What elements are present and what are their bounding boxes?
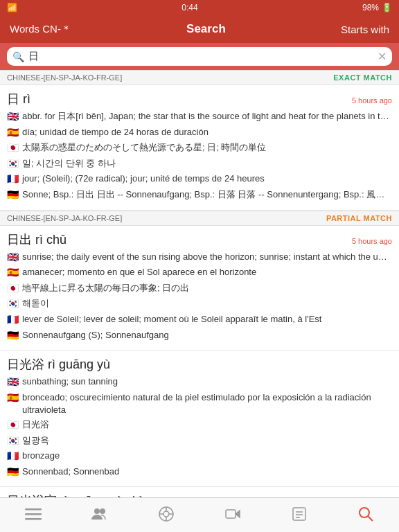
def-riguangyu-de: 🇩🇪 Sonnenbad; Sonnenbad	[7, 466, 392, 479]
tab-contacts[interactable]	[91, 506, 108, 522]
svg-rect-2	[25, 518, 42, 520]
svg-line-18	[368, 516, 373, 521]
entry-riguangyu[interactable]: 日光浴 rì guāng yù 🇬🇧 sunbathing; sun tanni…	[0, 351, 399, 487]
def-riguangyu-en: 🇬🇧 sunbathing; sun tanning	[7, 375, 392, 389]
def-richu-ja: 🇯🇵 地平線上に昇る太陽の毎日の事象; 日の出	[7, 282, 392, 296]
svg-point-3	[94, 508, 100, 514]
def-ri-en-text: abbr. for 日本[rì běn], Japan; the star th…	[22, 110, 392, 123]
tab-list[interactable]	[291, 506, 308, 522]
def-ri-en: 🇬🇧 abbr. for 日本[rì běn], Japan; the star…	[7, 110, 392, 124]
tab-search[interactable]	[357, 506, 374, 522]
search-icon: 🔍	[12, 51, 24, 62]
section-lang-2: CHINESE-[EN-SP-JA-KO-FR-GE]	[7, 214, 122, 222]
section-lang-1: CHINESE-[EN-SP-JA-KO-FR-GE]	[7, 73, 122, 82]
section-match-1: EXACT MATCH	[333, 73, 392, 82]
tab-bar	[0, 497, 399, 532]
def-richu-de: 🇩🇪 Sonnenaufgang (S); Sonnenaufgang	[7, 329, 392, 343]
tab-menu[interactable]	[25, 506, 42, 522]
def-ri-ko-text: 일; 시간의 단위 중 하나	[22, 157, 392, 170]
entry-ri[interactable]: 日 rì 5 hours ago 🇬🇧 abbr. for 日本[rì běn]…	[0, 85, 399, 211]
entry-time-ri: 5 hours ago	[352, 96, 392, 105]
svg-rect-0	[25, 508, 42, 511]
def-riguangyu-ko: 🇰🇷 일광욕	[7, 434, 392, 448]
entry-header-richu: 日出 rì chū 5 hours ago	[7, 231, 392, 248]
svg-point-17	[360, 508, 369, 517]
flag-de-3: 🇩🇪	[7, 466, 19, 479]
nav-words-link[interactable]: Words CN-＊	[10, 23, 71, 36]
def-ri-es: 🇪🇸 día; unidad de tiempo de 24 horas de …	[7, 126, 392, 140]
flag-es-3: 🇪🇸	[7, 391, 19, 405]
svg-point-6	[163, 511, 169, 517]
def-riguangyu-de-text: Sonnenbad; Sonnenbad	[22, 466, 392, 478]
def-riguangyu-es: 🇪🇸 bronceado; oscurecimiento natural de …	[7, 391, 392, 416]
wifi-icon: 📶	[7, 3, 17, 12]
flag-de-2: 🇩🇪	[7, 329, 19, 343]
svg-rect-11	[226, 510, 236, 518]
flag-jp-3: 🇯🇵	[7, 418, 19, 432]
flag-de: 🇩🇪	[7, 188, 19, 202]
def-richu-fr-text: lever de Soleil; lever de soleil; moment…	[22, 313, 392, 326]
search-input[interactable]	[28, 51, 373, 62]
flag-kr: 🇰🇷	[7, 157, 19, 171]
entry-title-ri: 日 rì	[7, 91, 30, 107]
entry-riguangyushi[interactable]: 日光浴室 rì guāng yù shì 🇬🇧 sun room; solari…	[0, 487, 399, 497]
entry-time-richu: 5 hours ago	[352, 237, 392, 245]
clear-icon[interactable]: ✕	[378, 50, 387, 63]
def-ri-de-text: Sonne; Bsp.: 日出 日出 -- Sonnenaufgang; Bsp…	[22, 188, 392, 201]
nav-title: Search	[186, 22, 226, 36]
status-bar: 📶 0:44 98% 🔋	[0, 0, 399, 15]
def-richu-en-text: sunrise; the daily event of the sun risi…	[22, 251, 392, 263]
def-ri-de: 🇩🇪 Sonne; Bsp.: 日出 日出 -- Sonnenaufgang; …	[7, 188, 392, 202]
entry-title-riguangyu: 日光浴 rì guāng yù	[7, 356, 110, 373]
svg-rect-13	[293, 508, 305, 520]
flag-es-2: 🇪🇸	[7, 266, 19, 280]
flag-fr: 🇫🇷	[7, 172, 19, 186]
flag-gb-2: 🇬🇧	[7, 251, 19, 265]
flag-fr-3: 🇫🇷	[7, 450, 19, 463]
section-header-1: CHINESE-[EN-SP-JA-KO-FR-GE] EXACT MATCH	[0, 70, 399, 85]
flag-jp-2: 🇯🇵	[7, 282, 19, 296]
def-ri-ko: 🇰🇷 일; 시간의 단위 중 하나	[7, 157, 392, 171]
def-ri-es-text: día; unidad de tiempo de 24 horas de dur…	[22, 126, 392, 139]
def-richu-es: 🇪🇸 amanecer; momento en que el Sol apare…	[7, 266, 392, 280]
nav-bar: Words CN-＊ Search Starts with	[0, 15, 399, 43]
tab-video[interactable]	[224, 506, 241, 522]
flag-kr-3: 🇰🇷	[7, 434, 19, 448]
entry-richu[interactable]: 日出 rì chū 5 hours ago 🇬🇧 sunrise; the da…	[0, 226, 399, 351]
content-area: CHINESE-[EN-SP-JA-KO-FR-GE] EXACT MATCH …	[0, 70, 399, 497]
svg-marker-12	[236, 511, 240, 517]
entry-header-ri: 日 rì 5 hours ago	[7, 91, 392, 107]
nav-starts-with[interactable]: Starts with	[341, 24, 389, 35]
def-riguangyu-ja: 🇯🇵 日光浴	[7, 418, 392, 432]
flag-fr-2: 🇫🇷	[7, 313, 19, 327]
flag-gb: 🇬🇧	[7, 110, 19, 124]
def-ri-fr: 🇫🇷 jour; (Soleil); (72e radical); jour; …	[7, 172, 392, 186]
def-ri-fr-text: jour; (Soleil); (72e radical); jour; uni…	[22, 172, 392, 185]
def-richu-ko-text: 해돋이	[22, 297, 392, 310]
search-bar: 🔍 ✕	[0, 43, 399, 70]
entry-title-richu: 日出 rì chū	[7, 231, 66, 248]
svg-point-4	[100, 508, 105, 514]
def-richu-de-text: Sonnenaufgang (S); Sonnenaufgang	[22, 329, 392, 342]
tab-browse[interactable]	[158, 506, 175, 522]
def-riguangyu-ja-text: 日光浴	[22, 418, 392, 431]
status-time: 0:44	[181, 3, 197, 12]
def-richu-ko: 🇰🇷 해돋이	[7, 297, 392, 311]
def-richu-en: 🇬🇧 sunrise; the daily event of the sun r…	[7, 251, 392, 265]
def-riguangyu-fr-text: bronzage	[22, 450, 392, 462]
def-riguangyu-ko-text: 일광욕	[22, 434, 392, 447]
search-wrapper: 🔍 ✕	[7, 47, 392, 66]
def-riguangyu-en-text: sunbathing; sun tanning	[22, 375, 392, 388]
status-left: 📶	[7, 3, 17, 12]
def-ri-ja: 🇯🇵 太陽系の惑星のためのそして熱光源である星; 日; 時間の単位	[7, 141, 392, 155]
status-right: 98% 🔋	[362, 3, 392, 12]
flag-kr-2: 🇰🇷	[7, 297, 19, 311]
def-richu-fr: 🇫🇷 lever de Soleil; lever de soleil; mom…	[7, 313, 392, 327]
def-richu-es-text: amanecer; momento en que el Sol aparece …	[22, 266, 392, 278]
def-richu-ja-text: 地平線上に昇る太陽の毎日の事象; 日の出	[22, 282, 392, 294]
def-riguangyu-es-text: bronceado; oscurecimiento natural de la …	[22, 391, 392, 416]
section-match-2: PARTIAL MATCH	[326, 214, 392, 222]
flag-gb-3: 🇬🇧	[7, 375, 19, 389]
battery-label: 98%	[362, 3, 379, 12]
flag-es: 🇪🇸	[7, 126, 19, 140]
